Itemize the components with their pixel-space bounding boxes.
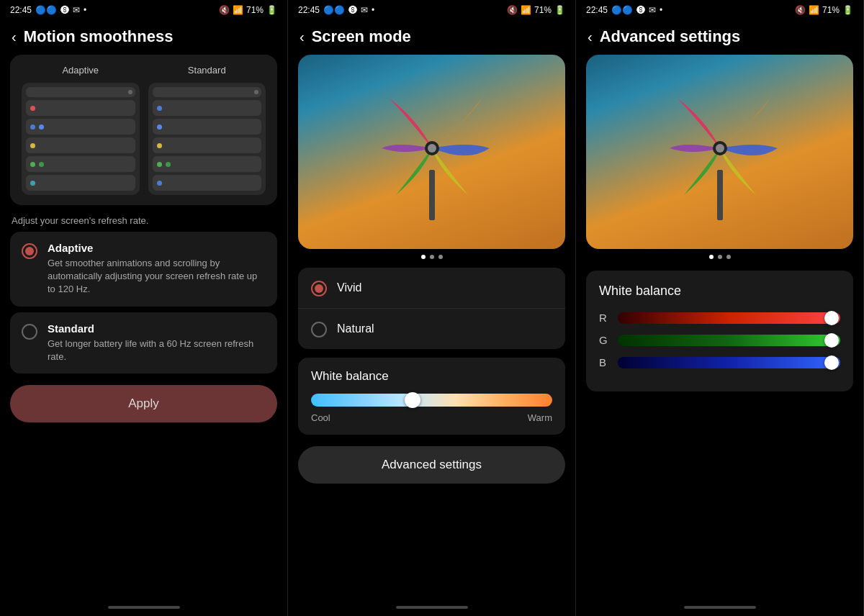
standard-preview: Standard bbox=[148, 65, 266, 195]
battery-3: 71% bbox=[822, 5, 840, 15]
mode-options: Vivid Natural bbox=[298, 268, 565, 349]
rgb-row-r: R bbox=[599, 312, 840, 324]
rgb-thumb-r[interactable] bbox=[824, 311, 839, 325]
svg-point-2 bbox=[428, 144, 436, 153]
back-button-1[interactable]: ‹ bbox=[12, 29, 17, 45]
wb-labels: Cool Warm bbox=[311, 412, 552, 423]
mute-icon-3: 🔇 bbox=[795, 5, 806, 15]
standard-label: Standard bbox=[188, 65, 226, 76]
battery-icon-3: 🔋 bbox=[842, 5, 853, 15]
radio-standard[interactable] bbox=[22, 324, 37, 340]
rgb-thumb-b[interactable] bbox=[824, 355, 839, 370]
back-button-2[interactable]: ‹ bbox=[300, 29, 305, 45]
status-left-3: 22:45 🔵🔵 🅢 ✉ • bbox=[586, 5, 662, 15]
rgb-row-b: B bbox=[599, 356, 840, 368]
advanced-wb-section: White balance R G B bbox=[586, 271, 853, 391]
status-dot-3: • bbox=[660, 5, 662, 15]
pinwheel-image-2 bbox=[374, 83, 490, 220]
mode-natural[interactable]: Natural bbox=[298, 309, 565, 349]
wb-slider-track[interactable] bbox=[311, 394, 552, 407]
preview-row-s5 bbox=[153, 175, 262, 191]
status-m-icon-2: ✉ bbox=[361, 5, 368, 15]
apply-button[interactable]: Apply bbox=[10, 385, 277, 422]
white-balance-section: White balance Cool Warm bbox=[298, 358, 565, 435]
status-time-2: 22:45 bbox=[298, 5, 320, 15]
wb-slider-thumb[interactable] bbox=[405, 392, 420, 408]
bottom-bar-2 bbox=[288, 489, 575, 616]
bottom-indicator-1 bbox=[108, 606, 180, 609]
status-time-3: 22:45 bbox=[586, 5, 608, 15]
rgb-slider-b[interactable] bbox=[618, 357, 840, 368]
bottom-bar-3 bbox=[576, 397, 863, 616]
status-time-1: 22:45 bbox=[10, 5, 32, 15]
wifi-icon-1: 📶 bbox=[233, 5, 243, 15]
mode-vivid[interactable]: Vivid bbox=[298, 268, 565, 309]
preview-image-3 bbox=[586, 55, 853, 249]
preview-section-1: Adaptive Standard bbox=[10, 55, 277, 205]
status-fb-icons-3: 🔵🔵 bbox=[611, 5, 633, 15]
svg-point-5 bbox=[716, 144, 724, 153]
preview-search-standard bbox=[153, 87, 262, 97]
dot-3 bbox=[438, 255, 443, 259]
option-desc-standard: Get longer battery life with a 60 Hz scr… bbox=[48, 338, 266, 363]
status-right-2: 🔇 📶 71% 🔋 bbox=[507, 5, 565, 15]
rgb-thumb-g[interactable] bbox=[824, 333, 839, 348]
option-desc-adaptive: Get smoother animations and scrolling by… bbox=[48, 257, 266, 296]
panel-screen-mode: 22:45 🔵🔵 🅢 ✉ • 🔇 📶 71% 🔋 ‹ Screen mode bbox=[288, 0, 576, 616]
pinwheel-image-3 bbox=[662, 83, 778, 220]
preview-row-3 bbox=[26, 137, 135, 153]
preview-row-5 bbox=[26, 175, 135, 191]
mute-icon-2: 🔇 bbox=[507, 5, 518, 15]
page-title-1: Motion smoothness bbox=[24, 27, 174, 46]
status-bar-2: 22:45 🔵🔵 🅢 ✉ • 🔇 📶 71% 🔋 bbox=[288, 0, 575, 20]
battery-icon-1: 🔋 bbox=[266, 5, 277, 15]
carousel-dots-2 bbox=[288, 249, 575, 265]
rgb-slider-g[interactable] bbox=[618, 335, 840, 346]
header-1: ‹ Motion smoothness bbox=[0, 20, 287, 55]
dot-3-2 bbox=[718, 255, 722, 259]
adaptive-label: Adaptive bbox=[62, 65, 99, 76]
preview-row-s4 bbox=[153, 156, 262, 172]
dot-3-3 bbox=[726, 255, 731, 259]
carousel-dots-3 bbox=[576, 249, 863, 265]
advanced-settings-button[interactable]: Advanced settings bbox=[298, 446, 565, 484]
preview-row-2 bbox=[26, 119, 135, 135]
rgb-slider-r[interactable] bbox=[618, 312, 840, 324]
rgb-row-g: G bbox=[599, 334, 840, 346]
wifi-icon-3: 📶 bbox=[809, 5, 819, 15]
status-left-2: 22:45 🔵🔵 🅢 ✉ • bbox=[298, 5, 374, 15]
radio-vivid[interactable] bbox=[311, 281, 327, 296]
wb-warm-label: Warm bbox=[528, 412, 552, 423]
status-dot-1: • bbox=[84, 5, 86, 15]
preview-search-adaptive bbox=[26, 87, 135, 97]
status-m-icon-1: ✉ bbox=[73, 5, 80, 15]
status-right-3: 🔇 📶 71% 🔋 bbox=[795, 5, 853, 15]
status-bar-1: 22:45 🔵🔵 🅢 ✉ • 🔇 📶 71% 🔋 bbox=[0, 0, 287, 20]
svg-rect-3 bbox=[717, 170, 723, 220]
header-2: ‹ Screen mode bbox=[288, 20, 575, 55]
radio-adaptive[interactable] bbox=[22, 243, 37, 259]
dot-2 bbox=[430, 255, 434, 259]
panel-advanced-settings: 22:45 🔵🔵 🅢 ✉ • 🔇 📶 71% 🔋 ‹ Advanced sett… bbox=[576, 0, 864, 616]
dot-3-1 bbox=[709, 255, 714, 259]
option-title-standard: Standard bbox=[48, 322, 266, 335]
status-s-icon-3: 🅢 bbox=[636, 5, 645, 15]
option-standard[interactable]: Standard Get longer battery life with a … bbox=[10, 312, 277, 373]
wifi-icon-2: 📶 bbox=[521, 5, 531, 15]
status-dot-2: • bbox=[372, 5, 374, 15]
radio-inner-adaptive bbox=[25, 247, 34, 255]
rgb-label-g: G bbox=[599, 334, 609, 346]
preview-image-2 bbox=[298, 55, 565, 249]
back-button-3[interactable]: ‹ bbox=[588, 29, 593, 45]
option-adaptive[interactable]: Adaptive Get smoother animations and scr… bbox=[10, 232, 277, 307]
options-list: Adaptive Get smoother animations and scr… bbox=[0, 232, 287, 379]
radio-natural[interactable] bbox=[311, 322, 327, 338]
battery-icon-2: 🔋 bbox=[554, 5, 565, 15]
advanced-wb-title: White balance bbox=[599, 284, 840, 299]
page-title-3: Advanced settings bbox=[600, 27, 741, 46]
preview-row-s2 bbox=[153, 119, 262, 135]
refresh-description: Adjust your screen's refresh rate. bbox=[0, 205, 287, 232]
preview-row-s1 bbox=[153, 100, 262, 116]
standard-screen bbox=[148, 83, 266, 195]
mute-icon-1: 🔇 bbox=[219, 5, 230, 15]
